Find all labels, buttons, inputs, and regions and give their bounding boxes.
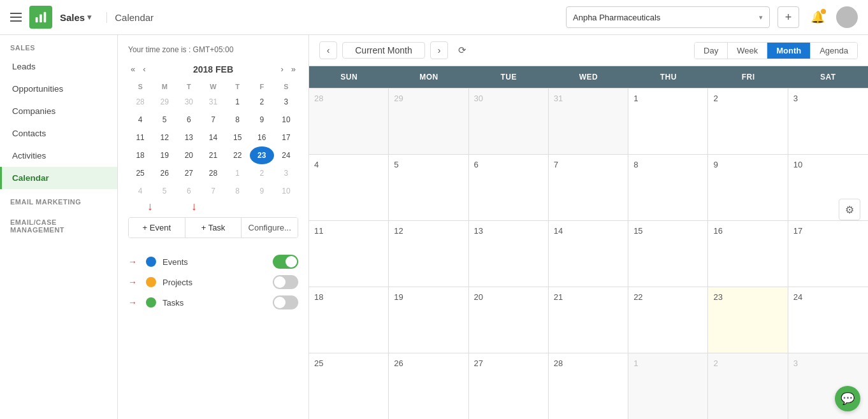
mini-cal-day[interactable]: 13 bbox=[177, 129, 201, 146]
cal-cell[interactable]: 22 bbox=[628, 287, 708, 353]
cal-cell[interactable]: 8 bbox=[628, 155, 708, 220]
mini-cal-day[interactable]: 21 bbox=[201, 146, 225, 164]
app-name[interactable]: Sales ▾ bbox=[60, 12, 91, 23]
mini-cal-day[interactable]: 15 bbox=[226, 129, 250, 146]
cal-cell[interactable]: 25 bbox=[309, 353, 389, 419]
mini-cal-day[interactable]: 14 bbox=[201, 129, 225, 146]
cal-next-button[interactable]: › bbox=[430, 41, 448, 59]
mini-cal-day[interactable]: 30 bbox=[177, 93, 201, 111]
cal-cell[interactable]: 29 bbox=[389, 89, 468, 154]
view-month-button[interactable]: Month bbox=[767, 43, 811, 59]
cal-cell[interactable]: 4 bbox=[309, 155, 389, 220]
mini-cal-day[interactable]: 18 bbox=[128, 146, 152, 164]
cal-cell[interactable]: 28 bbox=[309, 89, 389, 154]
mini-cal-day[interactable]: 10 bbox=[274, 111, 298, 129]
configure-button[interactable]: Configure... bbox=[242, 218, 298, 238]
cal-cell[interactable]: 17 bbox=[788, 221, 868, 287]
hamburger-menu[interactable] bbox=[10, 13, 22, 22]
cal-cell[interactable]: 26 bbox=[389, 353, 468, 419]
mini-cal-day[interactable]: 9 bbox=[250, 111, 274, 129]
mini-cal-day[interactable]: 5 bbox=[152, 111, 177, 129]
sidebar-item-leads[interactable]: Leads bbox=[0, 55, 117, 78]
mini-cal-next-month[interactable]: › bbox=[278, 63, 286, 75]
cal-cell[interactable]: 1 bbox=[628, 353, 708, 419]
mini-cal-day[interactable]: 31 bbox=[201, 93, 225, 111]
mini-cal-day[interactable]: 2 bbox=[250, 164, 274, 182]
mini-cal-day[interactable]: 11 bbox=[128, 129, 152, 146]
mini-cal-day[interactable]: 1 bbox=[226, 164, 250, 182]
mini-cal-prev-month[interactable]: ‹ bbox=[140, 63, 148, 75]
cal-cell[interactable]: 27 bbox=[469, 353, 549, 419]
mini-cal-day[interactable]: 19 bbox=[152, 146, 177, 164]
cal-cell[interactable]: 2 bbox=[708, 353, 788, 419]
mini-cal-prev-year[interactable]: « bbox=[128, 63, 138, 75]
sidebar-item-activities[interactable]: Activities bbox=[0, 145, 117, 167]
mini-cal-day[interactable]: 9 bbox=[250, 182, 274, 200]
projects-toggle[interactable] bbox=[273, 275, 298, 289]
mini-cal-day[interactable]: 1 bbox=[226, 93, 250, 111]
cal-cell[interactable]: 23 bbox=[708, 287, 788, 353]
mini-cal-day[interactable]: 7 bbox=[201, 182, 225, 200]
mini-cal-day[interactable]: 8 bbox=[226, 182, 250, 200]
cal-cell[interactable]: 21 bbox=[549, 287, 628, 353]
mini-cal-next-year[interactable]: » bbox=[289, 63, 298, 75]
cal-cell[interactable]: 7 bbox=[549, 155, 628, 220]
company-search[interactable]: ▾ bbox=[566, 6, 770, 28]
add-button[interactable]: + bbox=[778, 6, 799, 28]
mini-cal-day[interactable]: 6 bbox=[177, 111, 201, 129]
sidebar-item-companies[interactable]: Companies bbox=[0, 100, 117, 122]
mini-cal-day[interactable]: 25 bbox=[128, 164, 152, 182]
mini-cal-day[interactable]: 23 bbox=[250, 146, 274, 164]
mini-cal-day[interactable]: 17 bbox=[274, 129, 298, 146]
cal-cell[interactable]: 18 bbox=[309, 287, 389, 353]
cal-prev-button[interactable]: ‹ bbox=[319, 41, 337, 59]
user-avatar[interactable] bbox=[836, 6, 858, 28]
cal-cell[interactable]: 1 bbox=[628, 89, 708, 154]
events-toggle[interactable] bbox=[273, 255, 298, 269]
cal-cell[interactable]: 15 bbox=[628, 221, 708, 287]
mini-cal-day[interactable]: 4 bbox=[128, 111, 152, 129]
cal-cell[interactable]: 5 bbox=[389, 155, 468, 220]
mini-cal-day[interactable]: 20 bbox=[177, 146, 201, 164]
tasks-toggle[interactable] bbox=[273, 295, 298, 309]
settings-icon[interactable]: ⚙ bbox=[839, 199, 860, 220]
cal-cell[interactable]: 13 bbox=[469, 221, 549, 287]
cal-cell[interactable]: 24 bbox=[788, 287, 868, 353]
mini-cal-day[interactable]: 24 bbox=[274, 146, 298, 164]
mini-cal-day[interactable]: 10 bbox=[274, 182, 298, 200]
mini-cal-day[interactable]: 28 bbox=[201, 164, 225, 182]
mini-cal-day[interactable]: 3 bbox=[274, 164, 298, 182]
cal-cell[interactable]: 11 bbox=[309, 221, 389, 287]
mini-cal-day[interactable]: 3 bbox=[274, 93, 298, 111]
cal-cell[interactable]: 19 bbox=[389, 287, 468, 353]
cal-cell[interactable]: 9 bbox=[708, 155, 788, 220]
cal-cell[interactable]: 20 bbox=[469, 287, 549, 353]
mini-cal-day[interactable]: 28 bbox=[128, 93, 152, 111]
cal-cell[interactable]: 2 bbox=[708, 89, 788, 154]
add-task-button[interactable]: + Task bbox=[185, 218, 242, 238]
add-event-button[interactable]: + Event bbox=[129, 218, 185, 238]
cal-cell[interactable]: 6 bbox=[469, 155, 549, 220]
view-day-button[interactable]: Day bbox=[695, 43, 728, 59]
mini-cal-day[interactable]: 27 bbox=[177, 164, 201, 182]
view-agenda-button[interactable]: Agenda bbox=[811, 43, 857, 59]
mini-cal-day[interactable]: 29 bbox=[152, 93, 177, 111]
mini-cal-next-nav[interactable]: › » bbox=[278, 63, 298, 75]
mini-cal-day[interactable]: 26 bbox=[152, 164, 177, 182]
cal-cell[interactable]: 31 bbox=[549, 89, 628, 154]
mini-cal-prev-nav[interactable]: « ‹ bbox=[128, 63, 148, 75]
mini-cal-day[interactable]: 22 bbox=[226, 146, 250, 164]
mini-cal-day[interactable]: 12 bbox=[152, 129, 177, 146]
cal-refresh-button[interactable]: ⟳ bbox=[453, 41, 471, 59]
chat-button[interactable]: 💬 bbox=[835, 386, 860, 411]
mini-cal-day[interactable]: 5 bbox=[152, 182, 177, 200]
mini-cal-day[interactable]: 16 bbox=[250, 129, 274, 146]
cal-cell[interactable]: 16 bbox=[708, 221, 788, 287]
mini-cal-day[interactable]: 7 bbox=[201, 111, 225, 129]
sidebar-item-calendar[interactable]: Calendar bbox=[0, 167, 117, 189]
mini-cal-day[interactable]: 6 bbox=[177, 182, 201, 200]
cal-cell[interactable]: 3 bbox=[788, 353, 868, 419]
notification-bell[interactable]: 🔔 bbox=[807, 6, 828, 28]
cal-cell[interactable]: 14 bbox=[549, 221, 628, 287]
cal-cell[interactable]: 12 bbox=[389, 221, 468, 287]
